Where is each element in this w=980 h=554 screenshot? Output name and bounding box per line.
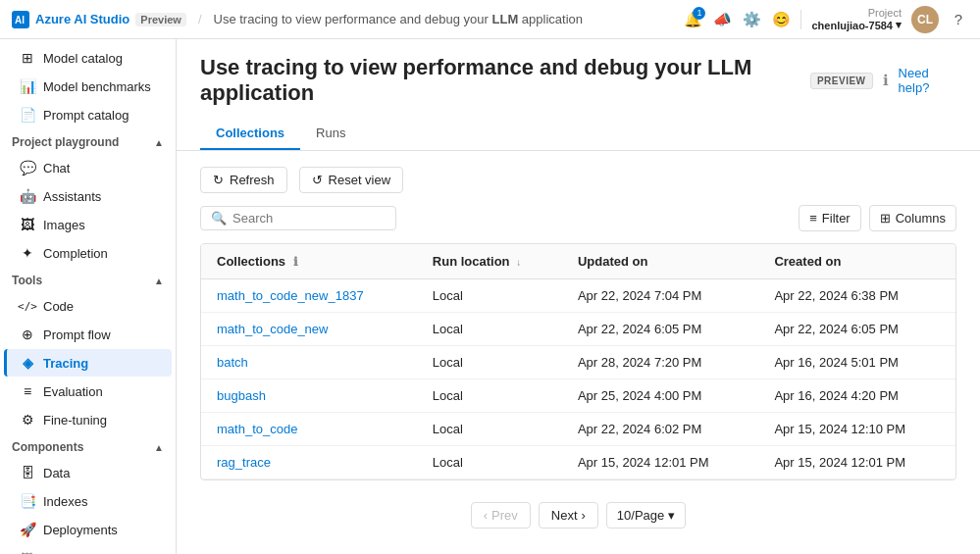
search-box[interactable]: 🔍 (200, 206, 396, 230)
smiley-icon[interactable]: 😊 (771, 10, 791, 29)
sidebar-item-model-benchmarks[interactable]: 📊 Model benchmarks (4, 73, 172, 100)
sidebar-item-label: Deployments (43, 523, 118, 537)
sidebar-item-label: Prompt catalog (43, 108, 129, 123)
project-name[interactable]: chenlujiao-7584 ▾ (811, 19, 902, 31)
sidebar-item-evaluation[interactable]: ≡ Evaluation (4, 378, 172, 405)
per-page-select[interactable]: 10/Page ▾ (606, 502, 686, 529)
pagination: ‹ Prev Next › 10/Page ▾ (200, 492, 956, 538)
sidebar-item-indexes[interactable]: 📑 Indexes (4, 487, 172, 515)
cell-collection[interactable]: math_to_code (201, 413, 417, 446)
cell-collection[interactable]: batch (201, 346, 417, 379)
app-logo[interactable]: AI Azure AI Studio Preview (12, 11, 186, 28)
megaphone-icon[interactable]: 📣 (712, 10, 732, 29)
table-row: batch Local Apr 28, 2024 7:20 PM Apr 16,… (201, 346, 955, 379)
prev-label: Prev (491, 508, 518, 523)
reset-view-button[interactable]: ↺ Reset view (299, 167, 404, 193)
tab-bar: Collections Runs (200, 118, 956, 150)
chevron-left-icon: ‹ (484, 508, 488, 523)
sidebar-item-images[interactable]: 🖼 Images (4, 211, 172, 238)
fine-tuning-icon: ⚙ (20, 412, 35, 428)
components-section-header[interactable]: Components ▲ (0, 434, 176, 458)
sidebar-item-label: Assistants (43, 189, 101, 204)
prompt-catalog-icon: 📄 (20, 107, 35, 123)
cell-updated-on: Apr 25, 2024 4:00 PM (562, 379, 759, 413)
avatar[interactable]: CL (911, 6, 939, 33)
cell-run-location: Local (417, 346, 562, 379)
sidebar-item-label: Prompt flow (43, 327, 111, 342)
next-button[interactable]: Next › (539, 502, 598, 529)
cell-run-location: Local (417, 479, 562, 481)
cell-collection[interactable]: rag_trace (201, 446, 417, 479)
cell-run-location: Local (417, 313, 562, 346)
search-icon: 🔍 (211, 211, 227, 226)
help-icon[interactable]: ? (949, 10, 968, 29)
settings-icon[interactable]: ⚙️ (742, 10, 761, 29)
page-title: Use tracing to view performance and debu… (200, 55, 800, 106)
cell-collection[interactable]: bugbash (201, 379, 417, 413)
sidebar-item-deployments[interactable]: 🚀 Deployments (4, 516, 172, 543)
notification-icon[interactable]: 🔔 1 (683, 10, 702, 29)
tab-runs[interactable]: Runs (300, 118, 361, 150)
cell-run-location: Local (417, 379, 562, 413)
columns-button[interactable]: ⊞ Columns (869, 205, 956, 231)
sidebar-item-fine-tuning[interactable]: ⚙ Fine-tuning (4, 406, 172, 433)
info-circle-icon[interactable]: ℹ (883, 72, 889, 89)
cell-collection[interactable]: default (201, 479, 417, 481)
sidebar-item-prompt-catalog[interactable]: 📄 Prompt catalog (4, 101, 172, 128)
sidebar-item-content-filters[interactable]: 🛡 Content filters (4, 544, 172, 554)
cell-run-location: Local (417, 413, 562, 446)
cell-collection[interactable]: math_to_code_new_1837 (201, 279, 417, 313)
chevron-down-icon: ▾ (668, 508, 675, 523)
prompt-flow-icon: ⊕ (20, 327, 35, 342)
filter-label: Filter (822, 211, 851, 226)
chevron-right-icon: › (582, 508, 586, 523)
col-collections: Collections ℹ (201, 244, 417, 279)
search-filter-row: 🔍 ≡ Filter ⊞ Columns (200, 205, 956, 231)
sidebar-item-prompt-flow[interactable]: ⊕ Prompt flow (4, 321, 172, 348)
col-run-location[interactable]: Run location ↓ (417, 244, 562, 279)
playground-section-label: Project playground (12, 135, 119, 149)
cell-created-on: Apr 15, 2024 12:10 PM (758, 413, 955, 446)
deployments-icon: 🚀 (20, 522, 35, 537)
filter-button[interactable]: ≡ Filter (799, 205, 860, 231)
sidebar-item-model-catalog[interactable]: ⊞ Model catalog (4, 44, 172, 72)
sidebar-item-chat[interactable]: 💬 Chat (4, 154, 172, 181)
topbar-divider (800, 10, 801, 29)
evaluation-icon: ≡ (20, 383, 35, 399)
playground-caret-icon: ▲ (154, 137, 164, 148)
sidebar-item-label: Fine-tuning (43, 413, 107, 428)
cell-created-on: Apr 15, 2024 12:01 PM (758, 446, 955, 479)
sidebar-item-label: Completion (43, 246, 108, 261)
sidebar-item-data[interactable]: 🗄 Data (4, 459, 172, 486)
sidebar-item-assistants[interactable]: 🤖 Assistants (4, 182, 172, 210)
table-row: math_to_code_new Local Apr 22, 2024 6:05… (201, 313, 955, 346)
refresh-icon: ↻ (213, 173, 224, 187)
cell-collection[interactable]: math_to_code_new (201, 313, 417, 346)
tab-collections[interactable]: Collections (200, 118, 300, 150)
playground-section-header[interactable]: Project playground ▲ (0, 129, 176, 153)
sidebar-item-completion[interactable]: ✦ Completion (4, 239, 172, 267)
cell-created-on: Apr 16, 2024 4:20 PM (758, 379, 955, 413)
need-help-link[interactable]: Need help? (899, 66, 956, 95)
cell-run-location: Local (417, 446, 562, 479)
sidebar-item-label: Content filters (43, 551, 122, 555)
refresh-button[interactable]: ↻ Refresh (200, 167, 287, 193)
refresh-label: Refresh (230, 173, 275, 187)
prev-button[interactable]: ‹ Prev (471, 502, 531, 529)
app-name: Azure AI Studio (35, 12, 129, 26)
sidebar-item-code[interactable]: </> Code (4, 292, 172, 320)
notification-count: 1 (693, 7, 705, 20)
cell-updated-on: Apr 22, 2024 6:05 PM (562, 313, 759, 346)
sidebar-item-tracing[interactable]: ◈ Tracing (4, 349, 172, 377)
table-row: default Local Apr 15, 2024 12:10 PM Apr … (201, 479, 955, 481)
main-body: ↻ Refresh ↺ Reset view 🔍 ≡ Filter (177, 151, 980, 554)
search-input[interactable] (232, 211, 386, 226)
sidebar-item-label: Model benchmarks (43, 79, 151, 94)
layout: ⊞ Model catalog 📊 Model benchmarks 📄 Pro… (0, 39, 980, 554)
breadcrumb: Use tracing to view performance and debu… (214, 12, 676, 26)
collections-info-icon[interactable]: ℹ (293, 255, 298, 269)
table-row: math_to_code_new_1837 Local Apr 22, 2024… (201, 279, 955, 313)
tools-section-header[interactable]: Tools ▲ (0, 268, 176, 291)
per-page-label: 10/Page (617, 508, 664, 523)
cell-updated-on: Apr 28, 2024 7:20 PM (562, 346, 759, 379)
